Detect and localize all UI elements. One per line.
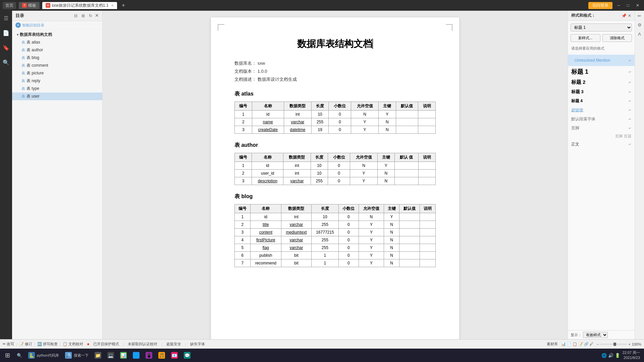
modify-button[interactable]: 📝 修订	[19, 342, 32, 347]
toc-expand-icon[interactable]: ⊞	[80, 13, 86, 19]
close-button[interactable]: ✕	[634, 2, 641, 8]
taskbar-app5[interactable]: 📊	[117, 350, 129, 361]
sys-network-icon[interactable]: 🌐	[601, 353, 607, 358]
start-button[interactable]: ⊞	[1, 349, 13, 361]
styles-dropdown[interactable]: 标题 1	[571, 23, 632, 32]
bookmark-icon[interactable]: 🔖	[1, 43, 11, 52]
toc-refresh-icon[interactable]: ↻	[88, 13, 94, 19]
style-item-footer[interactable]: 页脚 ↵	[568, 124, 635, 133]
zoom-slider[interactable]	[600, 344, 627, 345]
bottom-btn-group: ✏ 改写 | 📝 修订 | 🔤 拼写检查 | 📋 文档校对	[3, 342, 83, 347]
visit-login-button[interactable]: 访问登录	[588, 2, 612, 9]
cell	[396, 118, 418, 126]
zoom-in-button[interactable]: +	[628, 342, 630, 346]
style-item-body[interactable]: 正文 ↵	[568, 140, 635, 149]
toc-ai-button[interactable]: ✦ 智能识别目录	[12, 21, 102, 29]
cell	[399, 229, 420, 236]
add-tab-button[interactable]: +	[120, 2, 127, 8]
taskbar-search[interactable]: 🔍	[14, 350, 25, 361]
table-row: 3 createDate datetime 19 0 Y N	[235, 126, 436, 134]
document-area[interactable]: 数据库表结构文档 数据库名： sxw 文档版本： 1.0.0 文档描述： 数据库…	[103, 11, 568, 339]
search-icon[interactable]: 🔍	[1, 58, 11, 67]
toc-item-author[interactable]: 表 表 author	[12, 46, 102, 54]
maximize-button[interactable]: □	[625, 2, 631, 8]
toc-item-atlas[interactable]: 表 表 atlas	[12, 39, 102, 46]
zoom-handle[interactable]	[613, 343, 616, 346]
zoom-out-button[interactable]: −	[597, 342, 599, 346]
cell: 10	[311, 162, 328, 170]
top-bar-left: 首页 T 模板 W sxw旅游日记系统数据库文档1.1 ✕ +	[3, 2, 127, 9]
tab-template[interactable]: T 模板	[19, 2, 40, 9]
cell: 10	[311, 111, 329, 118]
toc-item-blog[interactable]: 表 表 blog	[12, 54, 102, 62]
style-item-h3[interactable]: 标题 3 ↵	[568, 87, 635, 97]
styles-header: 样式和格式： 📌 ✕	[568, 11, 635, 21]
taskbar-app10[interactable]: 💬	[181, 350, 193, 361]
menu-icon[interactable]: ☰	[1, 13, 11, 23]
toc-item-comment[interactable]: 表 表 comment	[12, 62, 102, 69]
right-settings-icon[interactable]: ⚙	[638, 22, 642, 27]
spellcheck-icon: 🔤	[37, 342, 42, 346]
style-item-link[interactable]: 超链接 ↵	[568, 106, 635, 115]
taskbar-app7[interactable]: 📱	[143, 350, 155, 361]
toc-item-type[interactable]: 表 表 type	[12, 85, 102, 93]
taskbar-app9[interactable]: 📧	[168, 350, 180, 361]
tab-doc[interactable]: W sxw旅游日记系统数据库文档1.1 ✕	[42, 2, 117, 9]
taskbar-clock[interactable]: 22:07 周一 2021/8/23	[622, 350, 640, 361]
styles-close-icon[interactable]: ✕	[628, 13, 631, 18]
cell: 2	[235, 221, 251, 229]
clear-format-button[interactable]: 清除格式	[602, 34, 632, 42]
cell: N	[359, 213, 384, 221]
taskbar-app8-icon: 🎵	[158, 352, 165, 359]
styles-select[interactable]: 标题 1	[571, 23, 632, 32]
cell: 255	[312, 221, 338, 229]
taskbar-app6[interactable]: 🌐	[130, 350, 142, 361]
cell: 0	[338, 213, 359, 221]
taskbar-app4[interactable]: 💻	[105, 350, 117, 361]
cell: 16777215	[312, 229, 338, 236]
styles-footer-select[interactable]: 有效样式	[583, 332, 608, 338]
toc-collapse-icon[interactable]: ⊟	[73, 13, 79, 19]
style-item-h2[interactable]: 标题 2 ↵	[568, 77, 635, 87]
taskbar-app3[interactable]: 📁	[92, 350, 104, 361]
style-item-h1[interactable]: 标题 1 ↵	[568, 66, 635, 77]
cell: 2	[235, 118, 252, 126]
new-style-button[interactable]: 新样式...	[571, 34, 600, 42]
home-tab[interactable]: 首页	[3, 2, 16, 9]
right-edit-icon[interactable]: ✏	[638, 13, 641, 18]
styles-pin-icon[interactable]: 📌	[622, 13, 627, 18]
sys-battery-icon[interactable]: 🔋	[615, 353, 620, 358]
cell: 1	[235, 213, 251, 221]
revise-button[interactable]: ✏ 改写	[3, 342, 14, 347]
cell	[420, 252, 436, 259]
sys-volume-icon[interactable]: 🔊	[608, 353, 613, 358]
spellcheck-button[interactable]: 🔤 拼写检查	[37, 342, 58, 347]
toc-label-root: 数据库表结构文档	[20, 32, 52, 38]
style-item-unresolved[interactable]: Unresolved Mention ↵	[568, 55, 635, 66]
cell: publish	[250, 252, 281, 259]
cell: int	[283, 162, 311, 170]
textcheck-button[interactable]: 📋 文档校对	[63, 342, 83, 347]
files-icon[interactable]: 📄	[1, 28, 11, 38]
tab-close-icon[interactable]: ✕	[111, 4, 114, 7]
style-link-label: 超链接	[571, 107, 583, 113]
cell: 6	[235, 252, 251, 259]
style-item-default[interactable]: 默认段落字体 ↵	[568, 115, 635, 124]
taskbar-python[interactable]: 🐍 python代码库	[25, 350, 62, 361]
taskbar-search-label-icon: 🔎	[65, 352, 72, 359]
taskbar-search-item[interactable]: 🔎 搜索一下	[62, 350, 91, 361]
toc-item-picture[interactable]: 表 表 picture	[12, 69, 102, 77]
cell: N	[377, 177, 394, 185]
toc-item-reply[interactable]: 表 表 reply	[12, 77, 102, 85]
toc-item-user[interactable]: 表 表 user	[12, 93, 102, 100]
toc-close-icon[interactable]: ✕	[95, 13, 99, 19]
toc-item-root[interactable]: ▾ 数据库表结构文档	[12, 31, 102, 39]
col-header: 名称	[252, 102, 284, 111]
toc-label-type: 表 type	[26, 86, 39, 92]
right-font-icon[interactable]: A	[638, 32, 641, 37]
material-btn[interactable]: 素材库	[547, 342, 558, 347]
cell	[420, 213, 436, 221]
style-item-h4[interactable]: 标题 4 ↵	[568, 97, 635, 106]
minimize-button[interactable]: ─	[615, 2, 622, 8]
taskbar-app8[interactable]: 🎵	[156, 350, 168, 361]
